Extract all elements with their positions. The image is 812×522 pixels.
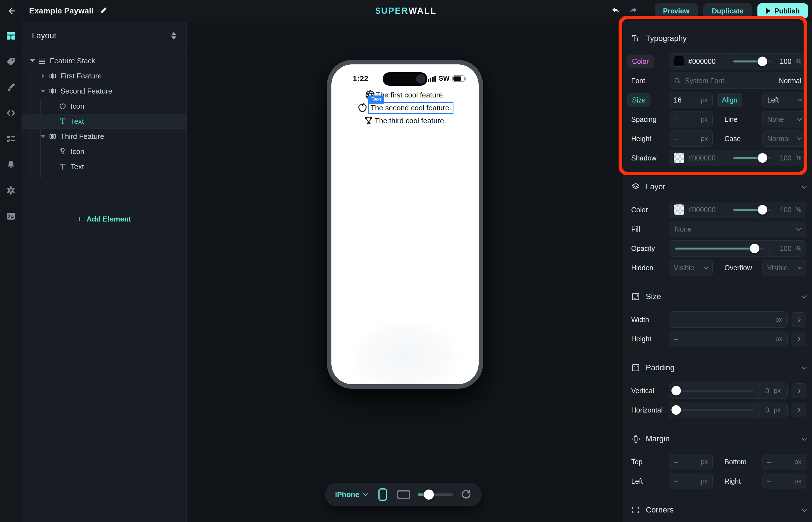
add-element-button[interactable]: + Add Element [22, 206, 186, 232]
fill-select[interactable]: None [669, 221, 806, 237]
tree-item-text-2-selected[interactable]: Text [22, 114, 186, 129]
rail-item-layout[interactable] [5, 31, 17, 41]
tree-item-icon-2[interactable]: Icon [22, 99, 186, 114]
color-swatch[interactable] [674, 56, 684, 67]
spacing-value-input[interactable] [674, 115, 693, 123]
hex-value[interactable]: #000000 [688, 57, 715, 65]
redo-button[interactable] [627, 5, 640, 17]
font-size-input[interactable]: px [669, 92, 713, 108]
margin-left-value[interactable] [674, 477, 693, 485]
refresh-button[interactable] [460, 488, 472, 501]
padding-value[interactable]: 0 [765, 387, 769, 395]
corners-header[interactable]: Corners [631, 501, 806, 519]
margin-header[interactable]: Margin [631, 430, 806, 447]
color-hex-field[interactable]: #000000 [669, 54, 729, 69]
chevron-down-icon[interactable] [801, 507, 807, 511]
feature-row-2-selected[interactable]: Text The second cool feature. [357, 101, 454, 114]
duplicate-button[interactable]: Duplicate [703, 3, 752, 19]
margin-right-value[interactable] [767, 477, 787, 485]
typography-header[interactable]: Typography [631, 30, 806, 47]
margin-top-value[interactable] [674, 458, 693, 466]
shadow-swatch[interactable] [674, 153, 684, 163]
vertical-padding-slider[interactable] [674, 390, 753, 392]
size-value-input[interactable] [674, 96, 693, 104]
align-select[interactable]: Left [763, 92, 806, 108]
width-value-input[interactable] [674, 316, 775, 324]
height-expand-button[interactable] [792, 332, 806, 346]
opacity-value[interactable]: 100 [780, 206, 792, 214]
layer-color-swatch[interactable] [674, 204, 684, 215]
margin-left-input[interactable]: px [669, 473, 713, 489]
tree-item-feature-stack[interactable]: Feature Stack [22, 53, 186, 68]
caret-right-icon[interactable] [39, 73, 47, 78]
opacity-slider[interactable] [675, 247, 764, 249]
rail-item-notifications[interactable] [5, 160, 17, 170]
overflow-select[interactable]: Visible [763, 260, 806, 276]
rail-item-theme[interactable] [5, 82, 17, 93]
chevron-down-icon[interactable] [801, 364, 807, 369]
landscape-toggle[interactable] [397, 490, 410, 499]
opacity-value[interactable]: 100 [780, 244, 792, 253]
opacity-value[interactable]: 100 [780, 57, 792, 65]
shadow-opacity-slider[interactable] [733, 157, 771, 159]
caret-down-icon[interactable] [39, 89, 47, 93]
shadow-hex-field[interactable]: #000000 [669, 150, 729, 166]
font-search-input[interactable] [685, 77, 769, 85]
device-select[interactable]: iPhone [335, 490, 367, 499]
tree-item-first-feature[interactable]: First Feature [22, 68, 186, 83]
chevron-down-icon[interactable] [801, 183, 807, 188]
portrait-toggle[interactable] [378, 488, 387, 501]
rail-item-settings[interactable] [5, 185, 17, 196]
rail-item-products[interactable] [5, 57, 17, 67]
layer-color-opacity-slider[interactable] [733, 209, 771, 211]
vertical-expand-button[interactable] [792, 383, 806, 398]
height-value-input[interactable] [674, 335, 775, 343]
spacing-input[interactable]: px [669, 111, 713, 127]
font-weight-select[interactable]: Normal [774, 73, 806, 88]
selection-outline[interactable]: Text The second cool feature. [368, 102, 454, 114]
chevron-down-icon[interactable] [801, 436, 807, 441]
tree-item-icon-3[interactable]: Icon [22, 144, 186, 159]
edit-title-button[interactable] [100, 6, 107, 15]
rail-item-checklist[interactable] [5, 134, 17, 144]
caret-down-icon[interactable] [28, 59, 37, 62]
rail-item-code[interactable] [5, 108, 17, 118]
padding-value[interactable]: 0 [765, 406, 769, 414]
color-label-chip[interactable]: Color [627, 55, 653, 68]
color-opacity-slider[interactable] [733, 60, 771, 62]
height-value-input[interactable] [674, 135, 693, 143]
chevron-down-icon[interactable] [801, 293, 807, 298]
margin-bottom-value[interactable] [767, 458, 787, 466]
zoom-slider-knob[interactable] [424, 489, 434, 500]
align-label-chip[interactable]: Align [717, 93, 742, 107]
rail-item-console[interactable] [5, 211, 17, 221]
preview-button[interactable]: Preview [655, 3, 698, 19]
undo-button[interactable] [609, 5, 622, 17]
height-input[interactable]: px [669, 331, 788, 347]
opacity-value[interactable]: 100 [780, 154, 792, 162]
width-expand-button[interactable] [792, 312, 806, 327]
zoom-slider[interactable] [418, 494, 453, 496]
case-select[interactable]: Normal [763, 130, 806, 147]
size-label-chip[interactable]: Size [627, 93, 650, 107]
back-button[interactable] [0, 0, 22, 22]
font-search-field[interactable] [669, 73, 774, 88]
margin-right-input[interactable]: px [763, 473, 806, 489]
hex-value[interactable]: #000000 [688, 206, 715, 214]
padding-header[interactable]: Padding [631, 359, 806, 376]
hidden-select[interactable]: Visible [669, 260, 713, 276]
feature-row-3[interactable]: The third cool feature. [363, 114, 446, 127]
line-select[interactable]: None [763, 111, 806, 127]
size-header[interactable]: Size [631, 288, 806, 305]
horizontal-padding-slider[interactable] [674, 409, 753, 411]
line-height-input[interactable]: px [669, 130, 713, 147]
tree-item-second-feature[interactable]: Second Feature [22, 83, 186, 99]
caret-down-icon[interactable] [39, 135, 47, 138]
sort-icon[interactable] [171, 32, 176, 39]
layer-hex-field[interactable]: #000000 [669, 202, 729, 218]
tree-item-text-3[interactable]: Text [22, 159, 186, 174]
width-input[interactable]: px [669, 312, 788, 328]
horizontal-expand-button[interactable] [792, 403, 806, 417]
tree-item-third-feature[interactable]: Third Feature [22, 129, 186, 144]
publish-button[interactable]: Publish [757, 3, 808, 19]
